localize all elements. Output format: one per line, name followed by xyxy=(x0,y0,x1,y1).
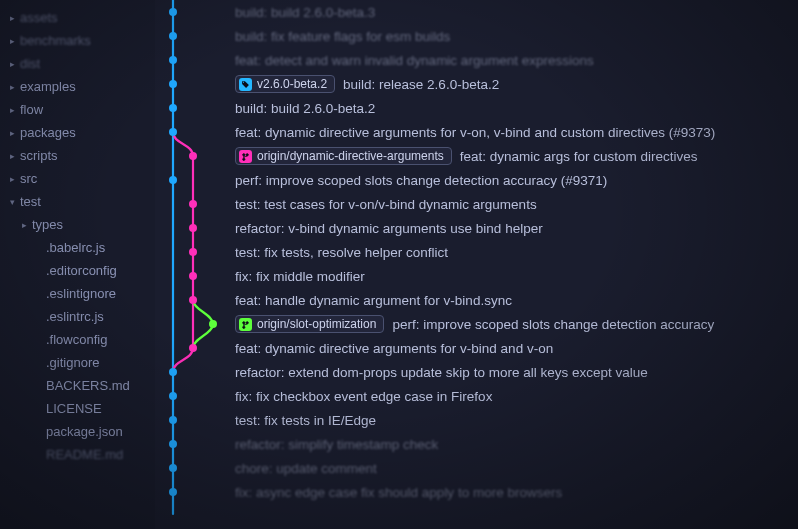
chevron-right-icon: ▸ xyxy=(20,221,28,229)
commit-row[interactable]: build: build 2.6.0-beta.3 xyxy=(235,0,798,24)
chevron-right-icon: ▸ xyxy=(8,152,16,160)
tree-item[interactable]: ▸LICENSE xyxy=(0,397,155,420)
commit-row[interactable]: test: fix tests in IE/Edge xyxy=(235,408,798,432)
tree-item[interactable]: ▸src xyxy=(0,167,155,190)
chevron-right-icon: ▸ xyxy=(8,37,16,45)
commit-row[interactable]: test: fix tests, resolve helper conflict xyxy=(235,240,798,264)
commit-message: chore: update comment xyxy=(235,461,377,476)
commit-row[interactable]: origin/dynamic-directive-argumentsfeat: … xyxy=(235,144,798,168)
tree-item[interactable]: ▸examples xyxy=(0,75,155,98)
commit-message: feat: dynamic directive arguments for v-… xyxy=(235,125,715,140)
tree-item-label: .flowconfig xyxy=(46,332,107,347)
commit-message: build: release 2.6.0-beta.2 xyxy=(343,77,499,92)
commit-message: test: fix tests in IE/Edge xyxy=(235,413,376,428)
tree-item-label: packages xyxy=(20,125,76,140)
tree-item-label: BACKERS.md xyxy=(46,378,130,393)
tree-item[interactable]: ▸.gitignore xyxy=(0,351,155,374)
tree-item[interactable]: ▸package.json xyxy=(0,420,155,443)
commit-message: feat: detect and warn invalid dynamic ar… xyxy=(235,53,594,68)
tree-item-label: benchmarks xyxy=(20,33,91,48)
branch-badge[interactable]: origin/slot-optimization xyxy=(235,315,384,333)
commit-row[interactable]: refactor: simplify timestamp check xyxy=(235,432,798,456)
commit-row[interactable]: feat: handle dynamic argument for v-bind… xyxy=(235,288,798,312)
commit-row[interactable]: fix: async edge case fix should apply to… xyxy=(235,480,798,504)
commit-row[interactable]: refactor: extend dom-props update skip t… xyxy=(235,360,798,384)
chevron-right-icon: ▸ xyxy=(8,83,16,91)
commit-row[interactable]: origin/slot-optimizationperf: improve sc… xyxy=(235,312,798,336)
commit-message: build: build 2.6.0-beta.2 xyxy=(235,101,375,116)
tree-item[interactable]: ▸flow xyxy=(0,98,155,121)
commit-row[interactable]: fix: fix middle modifier xyxy=(235,264,798,288)
tree-item[interactable]: ▸benchmarks xyxy=(0,29,155,52)
file-tree-sidebar: ▸assets▸benchmarks▸dist▸examples▸flow▸pa… xyxy=(0,0,155,529)
tree-item[interactable]: ▸dist xyxy=(0,52,155,75)
tree-item-label: .gitignore xyxy=(46,355,99,370)
chevron-right-icon: ▸ xyxy=(8,106,16,114)
badge-label: v2.6.0-beta.2 xyxy=(257,77,327,91)
tree-item-label: assets xyxy=(20,10,58,25)
tree-item[interactable]: ▸.editorconfig xyxy=(0,259,155,282)
commit-row[interactable]: feat: dynamic directive arguments for v-… xyxy=(235,336,798,360)
commit-message: fix: async edge case fix should apply to… xyxy=(235,485,562,500)
branch-badge[interactable]: origin/dynamic-directive-arguments xyxy=(235,147,452,165)
commit-graph-panel: build: build 2.6.0-beta.3build: fix feat… xyxy=(155,0,798,529)
commit-row[interactable]: chore: update comment xyxy=(235,456,798,480)
tree-item[interactable]: ▸assets xyxy=(0,6,155,29)
tree-item-label: .eslintignore xyxy=(46,286,116,301)
commit-row[interactable]: refactor: v-bind dynamic arguments use b… xyxy=(235,216,798,240)
commit-message: perf: improve scoped slots change detect… xyxy=(392,317,714,332)
commit-message: fix: fix checkbox event edge case in Fir… xyxy=(235,389,492,404)
chevron-down-icon: ▾ xyxy=(8,198,16,206)
badge-label: origin/dynamic-directive-arguments xyxy=(257,149,444,163)
release-tag-badge[interactable]: v2.6.0-beta.2 xyxy=(235,75,335,93)
tree-item[interactable]: ▸types xyxy=(0,213,155,236)
tree-item-label: dist xyxy=(20,56,40,71)
commit-message: build: build 2.6.0-beta.3 xyxy=(235,5,375,20)
tree-item-label: README.md xyxy=(46,447,123,462)
commit-row[interactable]: build: build 2.6.0-beta.2 xyxy=(235,96,798,120)
tree-item[interactable]: ▸packages xyxy=(0,121,155,144)
tag-icon xyxy=(239,78,252,91)
commit-row[interactable]: v2.6.0-beta.2build: release 2.6.0-beta.2 xyxy=(235,72,798,96)
commit-message: perf: improve scoped slots change detect… xyxy=(235,173,607,188)
commit-message: refactor: simplify timestamp check xyxy=(235,437,438,452)
commit-message: feat: handle dynamic argument for v-bind… xyxy=(235,293,512,308)
git-branch-icon xyxy=(239,318,252,331)
tree-item[interactable]: ▸README.md xyxy=(0,443,155,466)
tree-item-label: types xyxy=(32,217,63,232)
tree-item[interactable]: ▸.babelrc.js xyxy=(0,236,155,259)
commit-message: test: fix tests, resolve helper conflict xyxy=(235,245,448,260)
tree-item-label: src xyxy=(20,171,37,186)
commit-list: build: build 2.6.0-beta.3build: fix feat… xyxy=(155,0,798,504)
commit-row[interactable]: test: test cases for v-on/v-bind dynamic… xyxy=(235,192,798,216)
tree-item[interactable]: ▸scripts xyxy=(0,144,155,167)
commit-message: fix: fix middle modifier xyxy=(235,269,365,284)
commit-message: refactor: v-bind dynamic arguments use b… xyxy=(235,221,543,236)
commit-row[interactable]: perf: improve scoped slots change detect… xyxy=(235,168,798,192)
commit-row[interactable]: build: fix feature flags for esm builds xyxy=(235,24,798,48)
badge-label: origin/slot-optimization xyxy=(257,317,376,331)
tree-item[interactable]: ▸.eslintignore xyxy=(0,282,155,305)
git-branch-icon xyxy=(239,150,252,163)
tree-item[interactable]: ▸.eslintrc.js xyxy=(0,305,155,328)
tree-item-label: package.json xyxy=(46,424,123,439)
tree-item-label: .editorconfig xyxy=(46,263,117,278)
tree-item-label: scripts xyxy=(20,148,58,163)
chevron-right-icon: ▸ xyxy=(8,129,16,137)
commit-message: build: fix feature flags for esm builds xyxy=(235,29,450,44)
tree-item-label: .babelrc.js xyxy=(46,240,105,255)
tree-item[interactable]: ▸BACKERS.md xyxy=(0,374,155,397)
chevron-right-icon: ▸ xyxy=(8,60,16,68)
commit-message: feat: dynamic args for custom directives xyxy=(460,149,698,164)
commit-message: test: test cases for v-on/v-bind dynamic… xyxy=(235,197,537,212)
tree-item[interactable]: ▸.flowconfig xyxy=(0,328,155,351)
tree-item-label: LICENSE xyxy=(46,401,102,416)
tree-item-label: test xyxy=(20,194,41,209)
chevron-right-icon: ▸ xyxy=(8,175,16,183)
commit-row[interactable]: feat: dynamic directive arguments for v-… xyxy=(235,120,798,144)
tree-item[interactable]: ▾test xyxy=(0,190,155,213)
commit-row[interactable]: feat: detect and warn invalid dynamic ar… xyxy=(235,48,798,72)
tree-item-label: examples xyxy=(20,79,76,94)
commit-row[interactable]: fix: fix checkbox event edge case in Fir… xyxy=(235,384,798,408)
tree-item-label: flow xyxy=(20,102,43,117)
